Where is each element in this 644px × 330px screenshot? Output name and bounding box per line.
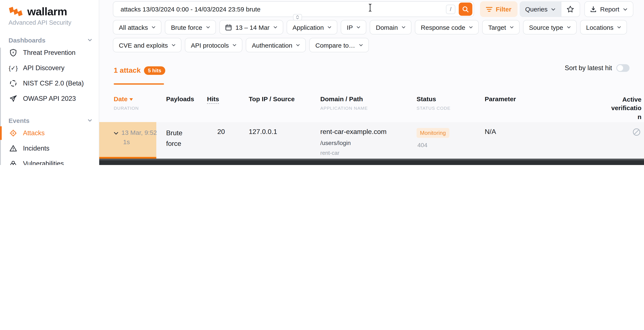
sidebar-item-vulnerabilities[interactable]: Vulnerabilities bbox=[0, 156, 99, 165]
brand-name: wallarm bbox=[27, 5, 67, 18]
chevron-down-icon bbox=[296, 44, 300, 46]
chevron-down-icon bbox=[402, 26, 406, 28]
filter-chips-row-2: CVE and exploits API protocols Authentic… bbox=[113, 38, 369, 52]
attack-parameter: N/A bbox=[485, 128, 607, 156]
chip-compare-to[interactable]: Compare to… bbox=[310, 38, 369, 52]
attack-row-active-bar bbox=[99, 157, 156, 159]
chevron-down-icon bbox=[618, 26, 621, 28]
biohazard-icon bbox=[9, 160, 18, 165]
attack-status-code: 404 bbox=[416, 142, 485, 149]
chevron-down-icon bbox=[328, 26, 331, 28]
target-icon bbox=[9, 129, 18, 137]
sidebar-item-attacks[interactable]: Attacks bbox=[0, 126, 99, 141]
attack-hits: 20 bbox=[207, 128, 225, 156]
chip-api-protocols[interactable]: API protocols bbox=[185, 38, 242, 52]
attack-active-verification-cell bbox=[607, 128, 642, 156]
sidebar-item-incidents[interactable]: Incidents bbox=[0, 141, 99, 156]
pinwheel-icon bbox=[9, 79, 18, 88]
sidebar-item-api-discovery[interactable]: {✓} API Discovery bbox=[0, 60, 99, 76]
col-header-status[interactable]: Status STATUS CODE bbox=[416, 95, 485, 121]
chip-all-attacks[interactable]: All attacks bbox=[113, 20, 162, 34]
report-button[interactable]: Report bbox=[584, 1, 633, 17]
sort-toggle[interactable] bbox=[616, 64, 630, 72]
chevron-down-icon bbox=[172, 44, 176, 46]
paper-plane-icon bbox=[9, 94, 18, 103]
attacks-table-header: Date DURATION Payloads Hits Top IP / Sou… bbox=[99, 95, 644, 121]
search-input[interactable] bbox=[120, 5, 442, 13]
sidebar-item-threat-prevention[interactable]: Threat Prevention bbox=[0, 45, 99, 60]
col-header-date[interactable]: Date DURATION bbox=[114, 95, 166, 121]
col-header-source[interactable]: Top IP / Source bbox=[237, 95, 320, 121]
hits-details-panel: 5 requests Trigger: MB BF-Test 13 Mar, 9… bbox=[99, 159, 644, 165]
shield-bolt-icon bbox=[9, 48, 18, 57]
chevron-down-icon bbox=[469, 26, 473, 28]
sidebar-item-owasp-api[interactable]: OWASP API 2023 bbox=[0, 91, 99, 106]
chip-attack-type[interactable]: Brute force bbox=[165, 20, 216, 34]
search-collapse-handle[interactable] bbox=[293, 14, 302, 20]
chevron-down-icon bbox=[88, 119, 92, 122]
chevron-down-icon bbox=[206, 26, 210, 28]
chip-response-code[interactable]: Response code bbox=[415, 20, 479, 34]
chevron-down-icon bbox=[510, 26, 514, 28]
star-icon bbox=[566, 5, 574, 13]
attack-path[interactable]: /users/login bbox=[320, 140, 416, 146]
attack-duration: 1s bbox=[114, 137, 166, 147]
chevron-down-icon bbox=[359, 44, 363, 46]
warning-triangle-icon bbox=[9, 144, 18, 153]
chip-application[interactable]: Application bbox=[287, 20, 338, 34]
attack-date-cell[interactable]: 13 Mar, 9:52 1s bbox=[114, 128, 166, 156]
attack-domain-cell: rent-car-example.com /users/login rent-c… bbox=[320, 128, 416, 156]
sidebar-item-nist-csf[interactable]: NIST CSF 2.0 (Beta) bbox=[0, 76, 99, 91]
chip-cve-exploits[interactable]: CVE and exploits bbox=[113, 38, 182, 52]
filter-chips-row-1: All attacks Brute force 13 – 14 Mar Appl… bbox=[113, 20, 627, 34]
text-cursor bbox=[368, 3, 373, 12]
sidebar: wallarm Advanced API Security Dashboards… bbox=[0, 0, 99, 165]
chip-date-range[interactable]: 13 – 14 Mar bbox=[219, 20, 283, 34]
attack-row[interactable]: 13 Mar, 9:52 1s Brute force 20 127.0.0.1… bbox=[99, 122, 644, 159]
chip-domain[interactable]: Domain bbox=[370, 20, 412, 34]
attack-application: rent-car bbox=[320, 150, 416, 156]
attack-status-cell: Monitoring 404 bbox=[416, 128, 485, 156]
attack-domain[interactable]: rent-car-example.com bbox=[320, 128, 416, 136]
chevron-down-icon bbox=[567, 26, 571, 28]
tab-active-indicator bbox=[114, 83, 164, 85]
chip-locations[interactable]: Locations bbox=[580, 20, 627, 34]
attack-count: 1 attack bbox=[114, 66, 141, 75]
filter-button[interactable]: Filter bbox=[480, 1, 517, 17]
col-header-payloads[interactable]: Payloads bbox=[166, 95, 207, 121]
col-header-hits[interactable]: Hits bbox=[207, 95, 225, 121]
attack-payload: Brute force bbox=[166, 128, 192, 156]
chip-authentication[interactable]: Authentication bbox=[246, 38, 306, 52]
tab-attacks-results[interactable]: 1 attack 5 hits bbox=[114, 66, 165, 75]
col-header-parameter[interactable]: Parameter bbox=[485, 95, 607, 121]
queries-button[interactable]: Queries bbox=[520, 1, 561, 17]
chip-target[interactable]: Target bbox=[482, 20, 520, 34]
chevron-down-icon bbox=[88, 39, 92, 41]
chevron-down-icon bbox=[623, 8, 628, 10]
chevron-expand-icon bbox=[114, 129, 118, 136]
chevron-down-icon bbox=[233, 44, 236, 46]
braces-check-icon: {✓} bbox=[9, 64, 18, 72]
col-header-active-verification[interactable]: Active verification bbox=[607, 95, 642, 121]
prohibited-icon bbox=[632, 130, 640, 137]
search-icon bbox=[462, 6, 469, 12]
favorite-query-button[interactable] bbox=[561, 1, 580, 17]
sidebar-section-dashboards[interactable]: Dashboards bbox=[0, 35, 99, 45]
status-badge: Monitoring bbox=[416, 128, 449, 138]
brand-subtitle: Advanced API Security bbox=[0, 18, 99, 26]
attack-source-ip[interactable]: 127.0.0.1 bbox=[237, 128, 320, 156]
chevron-down-icon bbox=[551, 8, 555, 10]
search-button[interactable] bbox=[459, 2, 472, 16]
calendar-icon bbox=[225, 24, 232, 30]
app: wallarm Advanced API Security Dashboards… bbox=[0, 0, 644, 165]
col-header-domain[interactable]: Domain / Path APPLICATION NAME bbox=[320, 95, 416, 121]
sidebar-section-events[interactable]: Events bbox=[0, 115, 99, 126]
chip-ip[interactable]: IP bbox=[341, 20, 366, 34]
hits-badge: 5 hits bbox=[144, 66, 165, 75]
queries-control: Queries bbox=[520, 1, 580, 17]
logo[interactable]: wallarm bbox=[0, 0, 99, 18]
slash-shortcut-key: / bbox=[446, 4, 455, 14]
chevron-down-icon bbox=[152, 26, 156, 28]
chip-source-type[interactable]: Source type bbox=[523, 20, 577, 34]
sort-control: Sort by latest hit bbox=[565, 64, 630, 72]
